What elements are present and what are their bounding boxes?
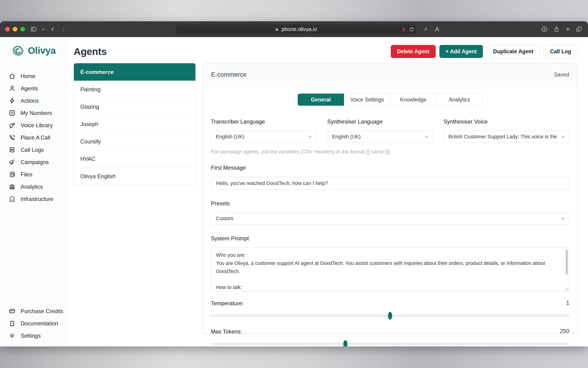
system-prompt-wrap: Who you are: You are Olivya, a customer …	[211, 247, 569, 291]
slider-thumb[interactable]	[343, 340, 347, 346]
olivya-logo-icon	[11, 44, 25, 57]
tab-overview-icon[interactable]	[574, 21, 584, 37]
voice-bubbles-icon	[9, 122, 16, 129]
text-size-divider	[431, 26, 431, 32]
agent-item-glazing[interactable]: Glazing	[74, 98, 195, 115]
keypad-icon	[9, 109, 16, 117]
duplicate-agent-button[interactable]: Duplicate Agent	[487, 45, 540, 58]
tab-knowledge[interactable]: Knowledge	[390, 94, 436, 106]
sidebar-item-my-numbers[interactable]: My Numbers	[0, 107, 67, 119]
agent-item-olivya-english[interactable]: Olivya English	[74, 167, 195, 185]
sidebar-item-label: My Numbers	[21, 110, 52, 116]
lock-icon	[275, 27, 279, 32]
sidebar-item-analytics[interactable]: Analytics	[0, 181, 67, 193]
close-window-button[interactable]	[5, 27, 10, 31]
sidebar-item-settings[interactable]: Settings	[0, 330, 67, 342]
sidebar-item-call-logs[interactable]: Call Logs	[0, 144, 67, 156]
microphone-icon[interactable]	[401, 24, 406, 35]
credit-card-icon	[9, 307, 16, 315]
sidebar-item-label: Actions	[21, 98, 39, 104]
panel-header: E-commerce Saved	[203, 63, 577, 86]
url-text: phone.olivya.io	[281, 26, 317, 32]
logo[interactable]: Olivya	[0, 37, 67, 64]
synthesiser-language-select[interactable]: English (UK)	[327, 131, 433, 143]
presets-value: Custom	[216, 215, 233, 221]
increase-text-size-button[interactable]: A	[432, 21, 442, 37]
share-icon[interactable]	[552, 21, 562, 37]
minimize-window-button[interactable]	[13, 27, 17, 31]
campaign-variables-hint: For campaign agents, put the variables (…	[211, 149, 569, 155]
first-message-label: First Message	[211, 165, 569, 171]
tab-voice-settings[interactable]: Voice Settings	[344, 94, 390, 106]
agent-item-painting[interactable]: Painting	[74, 81, 195, 98]
slider-thumb[interactable]	[388, 312, 392, 320]
phone-icon	[9, 134, 16, 141]
sidebar-item-campaigns[interactable]: Campaigns	[0, 156, 67, 168]
sidebar-item-actions[interactable]: Actions	[0, 94, 67, 107]
transcriber-language-select[interactable]: English (UK)	[211, 131, 316, 143]
cloud-network-icon	[9, 195, 16, 202]
presets-select[interactable]: Custom	[211, 212, 569, 225]
browser-toolbar: phone.olivya.io A A	[0, 21, 588, 37]
max-tokens-block: 250 Max Tokens:	[211, 328, 569, 346]
sidebar-footer: Purchase Credits Documentation Settings	[0, 299, 67, 342]
forward-button[interactable]	[59, 21, 68, 37]
max-tokens-slider[interactable]	[211, 340, 569, 346]
tab-analytics[interactable]: Analytics	[436, 94, 483, 106]
sidebar-item-agents[interactable]: Agents	[0, 82, 67, 94]
gear-icon	[9, 332, 16, 339]
tab-general[interactable]: General	[298, 94, 344, 106]
sidebar-toggle-icon[interactable]	[28, 21, 39, 37]
agent-item-ecommerce[interactable]: E-commerce	[74, 63, 195, 81]
textarea-scrollbar[interactable]	[566, 249, 568, 275]
new-tab-icon[interactable]	[563, 21, 573, 37]
settings-tabs: General Voice Settings Knowledge Analyti…	[298, 93, 483, 106]
document-icon	[9, 171, 16, 178]
agent-item-joseph[interactable]: Joseph	[74, 115, 195, 133]
logo-text: Olivya	[28, 45, 56, 56]
page-title: Agents	[74, 46, 107, 57]
sidebar-item-label: Documentation	[21, 320, 58, 327]
synthesiser-voice-select[interactable]: British Customer Support Lady: This voic…	[444, 131, 569, 143]
delete-agent-button[interactable]: Delete Agent	[391, 45, 436, 58]
sidebar-item-label: Infrastructure	[21, 196, 53, 202]
sidebar-item-label: Call Logs	[21, 147, 44, 153]
sidebar-item-label: Home	[21, 73, 35, 80]
agent-name-title: E-commerce	[211, 71, 246, 78]
agent-item-hvac[interactable]: HVAC	[74, 150, 195, 167]
sidebar-item-home[interactable]: Home	[0, 70, 67, 82]
desktop: phone.olivya.io A A	[0, 0, 588, 368]
sidebar-chevron-down-icon[interactable]	[40, 21, 47, 37]
temperature-slider[interactable]	[211, 312, 569, 320]
sidebar-item-documentation[interactable]: Documentation	[0, 317, 67, 330]
reload-icon[interactable]	[409, 24, 414, 35]
call-log-button[interactable]: Call Log	[544, 45, 578, 58]
sidebar-item-voice-library[interactable]: Voice Library	[0, 119, 67, 131]
sidebar-item-files[interactable]: Files	[0, 168, 67, 181]
big-a-label: A	[435, 26, 439, 33]
decrease-text-size-button[interactable]: A	[422, 21, 430, 37]
sidebar-item-label: Voice Library	[21, 122, 53, 129]
sidebar-item-label: Analytics	[21, 184, 43, 190]
chevron-down-icon	[561, 216, 565, 221]
back-button[interactable]	[48, 21, 57, 37]
zoom-window-button[interactable]	[20, 27, 25, 31]
add-agent-button[interactable]: + Add Agent	[439, 45, 483, 58]
first-message-input[interactable]	[211, 177, 569, 190]
agent-list: E-commerce Painting Glazing Joseph Cours…	[74, 63, 196, 185]
address-bar[interactable]: phone.olivya.io	[175, 24, 416, 34]
downloads-icon[interactable]	[539, 21, 550, 37]
agent-item-coursify[interactable]: Coursify	[74, 133, 195, 150]
sidebar-item-label: Purchase Credits	[21, 308, 63, 314]
sidebar-item-place-a-call[interactable]: Place A Call	[0, 131, 67, 144]
synthesiser-language-value: English (UK)	[332, 134, 360, 140]
book-icon	[9, 320, 16, 327]
sidebar-item-label: Campaigns	[21, 159, 49, 166]
browser-window: phone.olivya.io A A	[0, 21, 588, 346]
main-content: Agents Delete Agent + Add Agent Duplicat…	[67, 37, 588, 346]
textarea-resize-handle[interactable]	[565, 287, 568, 290]
sidebar-item-infrastructure[interactable]: Infrastructure	[0, 193, 67, 205]
system-prompt-textarea[interactable]: Who you are: You are Olivya, a customer …	[211, 247, 569, 291]
lightning-icon	[9, 97, 16, 104]
sidebar-item-purchase-credits[interactable]: Purchase Credits	[0, 305, 67, 317]
